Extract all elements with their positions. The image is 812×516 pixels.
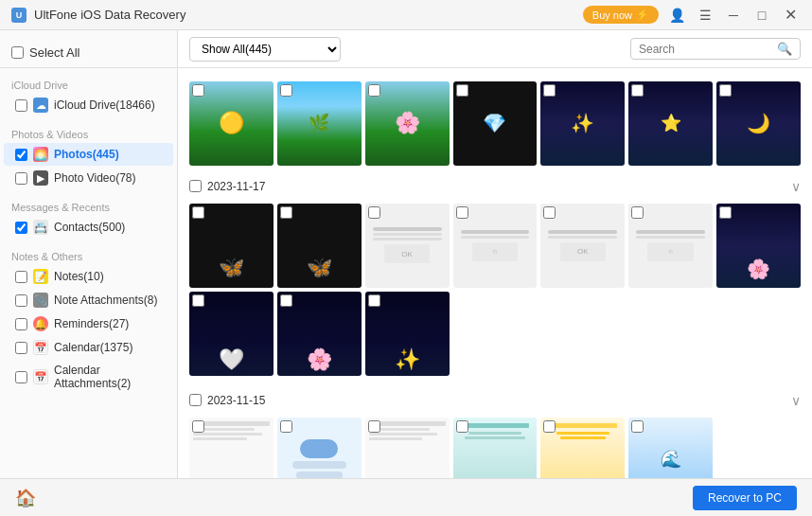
photo-item[interactable] [365,418,450,478]
date-header-2023-11-17[interactable]: 2023-11-17 ∨ [189,175,801,198]
calendar-attachments-label: Calendar Attachments(2) [54,364,162,390]
photo-item[interactable]: ○ [453,204,538,288]
title-bar: U UltFone iOS Data Recovery Buy now ⚡ 👤 … [0,0,812,30]
photo-checkbox[interactable] [280,206,292,219]
maximize-icon[interactable]: □ [751,5,772,26]
photo-item[interactable]: 🌸 [277,292,362,376]
top-photo-grid: 🟡 🌿 🌸 💎 ✨ [189,76,801,171]
photo-checkbox[interactable] [192,294,204,307]
icloud-drive-checkbox[interactable] [15,99,27,112]
date-group-checkbox[interactable] [189,180,202,192]
photo-item[interactable] [453,418,538,478]
minimize-icon[interactable]: ─ [723,5,744,26]
notes-checkbox[interactable] [15,271,27,283]
photo-item[interactable]: 🦋 [277,204,362,288]
notes-label: Notes(10) [54,270,104,283]
calendar-icon: 📅 [33,340,48,355]
reminders-checkbox[interactable] [15,318,27,330]
sidebar-item-calendar[interactable]: 📅 Calendar(1375) [4,336,173,359]
buy-now-button[interactable]: Buy now ⚡ [583,6,659,24]
photo-checkbox[interactable] [192,206,204,219]
photo-grid-area[interactable]: 🟡 🌿 🌸 💎 ✨ [178,68,812,478]
collapse-icon[interactable]: ∨ [791,393,801,408]
photo-item[interactable]: OK [365,204,450,288]
date-group-checkbox[interactable] [189,394,202,406]
sidebar: Select All iCloud Drive ☁ iCloud Drive(1… [0,30,178,478]
photo-item[interactable]: ✨ [540,81,625,166]
photo-checkbox[interactable] [192,420,204,433]
photo-checkbox[interactable] [543,206,556,219]
photo-checkbox[interactable] [456,84,468,97]
user-icon[interactable]: 👤 [666,5,687,26]
collapse-icon[interactable]: ∨ [791,179,801,194]
photo-checkbox[interactable] [368,420,380,433]
notes-icon: 📝 [33,269,48,284]
section-header-messages: Messages & Recents [0,198,177,215]
photo-checkbox[interactable] [631,206,644,219]
sidebar-item-calendar-attachments[interactable]: 📅 Calendar Attachments(2) [4,360,173,394]
home-button[interactable]: 🏠 [15,488,36,508]
photo-item[interactable]: ○ [628,204,713,288]
photo-checkbox[interactable] [456,420,468,433]
photo-item[interactable]: 🌸 [365,81,450,166]
photo-item[interactable]: 🌙 [716,81,801,166]
note-attachments-checkbox[interactable] [15,294,27,307]
contacts-label: Contacts(500) [54,221,125,234]
sidebar-item-video[interactable]: ▶ Photo Video(78) [4,167,173,189]
photo-item[interactable]: 🤍 [189,292,274,376]
photo-checkbox[interactable] [631,420,644,433]
photo-item[interactable] [540,418,625,478]
photo-item[interactable]: ⭐ [628,81,713,166]
filter-select[interactable]: Show All(445) Only Show Selected [189,37,341,62]
photo-checkbox[interactable] [456,206,468,219]
photo-checkbox[interactable] [543,420,556,433]
photos-checkbox[interactable] [15,149,27,161]
photo-item[interactable] [189,418,274,478]
contacts-checkbox[interactable] [15,222,27,234]
sidebar-item-contacts[interactable]: 📇 Contacts(500) [4,216,173,239]
select-all-label[interactable]: Select All [29,45,79,60]
video-checkbox[interactable] [15,172,27,185]
section-header-photos: Photos & Videos [0,125,177,142]
photo-item[interactable]: ✨ [365,292,450,376]
date-group-photos: 🦋 🦋 [189,198,801,382]
search-input[interactable] [639,43,777,56]
photos-label: Photos(445) [54,148,119,161]
photo-item[interactable]: 🦋 [189,204,274,288]
sidebar-item-reminders[interactable]: 🔔 Reminders(27) [4,312,173,335]
calendar-attachments-checkbox[interactable] [15,371,27,383]
date-header-2023-11-15[interactable]: 2023-11-15 ∨ [189,389,801,412]
content-area: Show All(445) Only Show Selected 🔍 🟡 🌿 [178,30,812,478]
photo-checkbox[interactable] [280,420,292,433]
photo-item[interactable]: 💎 [453,81,538,166]
sidebar-item-note-attachments[interactable]: 📎 Note Attachments(8) [4,289,173,311]
calendar-checkbox[interactable] [15,342,27,354]
sidebar-item-photos[interactable]: 🌅 Photos(445) [4,143,173,166]
reminders-icon: 🔔 [33,316,48,331]
photo-checkbox[interactable] [280,84,292,97]
photo-checkbox[interactable] [192,84,204,97]
photo-item[interactable]: 🌊 [628,418,713,478]
photo-checkbox[interactable] [719,206,732,219]
select-all-checkbox[interactable] [11,46,24,59]
photo-item[interactable]: 🌸 [716,204,801,288]
select-all-area: Select All [0,38,177,68]
photo-checkbox[interactable] [631,84,644,97]
sidebar-item-icloud-drive[interactable]: ☁ iCloud Drive(18466) [4,94,173,116]
close-button[interactable]: ✕ [780,5,801,26]
photo-item[interactable]: 🌿 [277,81,362,166]
photo-item[interactable] [277,418,362,478]
photo-checkbox[interactable] [368,294,380,307]
recover-button[interactable]: Recover to PC [693,486,797,510]
photo-checkbox[interactable] [719,84,732,97]
photo-checkbox[interactable] [543,84,556,97]
photo-checkbox[interactable] [280,294,292,307]
photo-checkbox[interactable] [368,206,380,219]
photo-item[interactable]: 🟡 [189,81,274,166]
menu-icon[interactable]: ☰ [695,5,715,26]
photo-checkbox[interactable] [368,84,380,97]
photos-icon: 🌅 [33,147,48,162]
photo-item[interactable]: OK [540,204,625,288]
sidebar-item-notes[interactable]: 📝 Notes(10) [4,265,173,288]
reminders-label: Reminders(27) [54,317,129,330]
